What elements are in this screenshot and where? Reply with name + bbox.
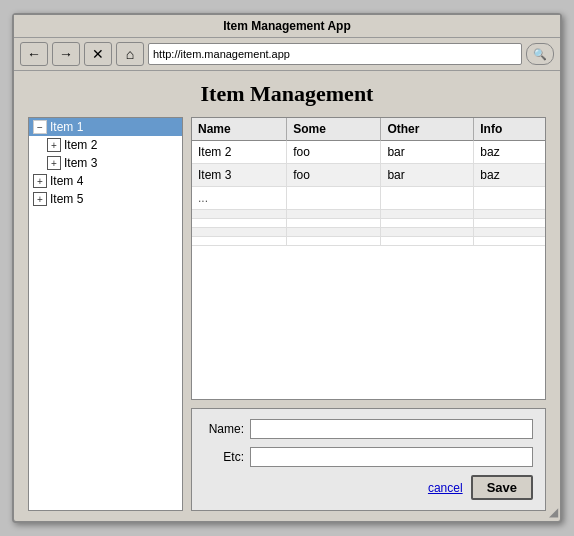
table-row-empty3 bbox=[192, 228, 545, 237]
form-panel: Name: Etc: cancel Save bbox=[191, 408, 546, 511]
sidebar-item-label: Item 4 bbox=[50, 174, 83, 188]
cell-other: bar bbox=[381, 164, 474, 187]
sidebar-item-item1[interactable]: − Item 1 bbox=[29, 118, 182, 136]
window-title: Item Management App bbox=[223, 19, 351, 33]
sidebar-item-item5[interactable]: + Item 5 bbox=[29, 190, 182, 208]
back-button[interactable]: ← bbox=[20, 42, 48, 66]
table-row-empty4 bbox=[192, 237, 545, 246]
page-title: Item Management bbox=[28, 81, 546, 107]
sidebar-item-label: Item 2 bbox=[64, 138, 97, 152]
main-content: Item Management − Item 1 + Item 2 bbox=[14, 71, 560, 521]
data-table: Name Some Other Info Item 2 foo bbox=[191, 117, 546, 400]
col-name: Name bbox=[192, 118, 287, 141]
toolbar: ← → ✕ ⌂ 🔍 bbox=[14, 38, 560, 71]
cancel-button[interactable]: cancel bbox=[428, 481, 463, 495]
save-button[interactable]: Save bbox=[471, 475, 533, 500]
sidebar: − Item 1 + Item 2 + Item 3 + bbox=[28, 117, 183, 511]
right-panel: Name Some Other Info Item 2 foo bbox=[191, 117, 546, 511]
resize-handle[interactable]: ◢ bbox=[549, 505, 558, 519]
expand-icon-item5[interactable]: + bbox=[33, 192, 47, 206]
cell-other: bar bbox=[381, 141, 474, 164]
title-bar: Item Management App bbox=[14, 15, 560, 38]
name-row: Name: bbox=[204, 419, 533, 439]
stop-button[interactable]: ✕ bbox=[84, 42, 112, 66]
cell-ellipsis: ... bbox=[192, 187, 287, 210]
sidebar-item-item3[interactable]: + Item 3 bbox=[29, 154, 182, 172]
cell-name: Item 3 bbox=[192, 164, 287, 187]
name-label: Name: bbox=[204, 422, 244, 436]
sidebar-item-item4[interactable]: + Item 4 bbox=[29, 172, 182, 190]
etc-input[interactable] bbox=[250, 447, 533, 467]
table-row[interactable]: Item 2 foo bar baz bbox=[192, 141, 545, 164]
sidebar-item-item2[interactable]: + Item 2 bbox=[29, 136, 182, 154]
expand-icon-item4[interactable]: + bbox=[33, 174, 47, 188]
name-input[interactable] bbox=[250, 419, 533, 439]
content-area: − Item 1 + Item 2 + Item 3 + bbox=[28, 117, 546, 511]
form-actions: cancel Save bbox=[204, 475, 533, 500]
search-button[interactable]: 🔍 bbox=[526, 43, 554, 65]
sidebar-item-label: Item 1 bbox=[50, 120, 83, 134]
url-bar[interactable] bbox=[148, 43, 522, 65]
table-header-row: Name Some Other Info bbox=[192, 118, 545, 141]
table-row[interactable]: Item 3 foo bar baz bbox=[192, 164, 545, 187]
forward-button[interactable]: → bbox=[52, 42, 80, 66]
table-row-ellipsis: ... bbox=[192, 187, 545, 210]
expand-icon-item3[interactable]: + bbox=[47, 156, 61, 170]
col-other: Other bbox=[381, 118, 474, 141]
home-button[interactable]: ⌂ bbox=[116, 42, 144, 66]
cell-some: foo bbox=[287, 164, 381, 187]
cell-name: Item 2 bbox=[192, 141, 287, 164]
sidebar-item-label: Item 5 bbox=[50, 192, 83, 206]
etc-label: Etc: bbox=[204, 450, 244, 464]
cell-info: baz bbox=[474, 164, 545, 187]
etc-row: Etc: bbox=[204, 447, 533, 467]
table-row-empty2 bbox=[192, 219, 545, 228]
sidebar-item-label: Item 3 bbox=[64, 156, 97, 170]
cell-some: foo bbox=[287, 141, 381, 164]
expand-icon-item2[interactable]: + bbox=[47, 138, 61, 152]
app-window: Item Management App ← → ✕ ⌂ 🔍 Item Manag… bbox=[12, 13, 562, 523]
cell-info: baz bbox=[474, 141, 545, 164]
expand-icon-item1[interactable]: − bbox=[33, 120, 47, 134]
col-some: Some bbox=[287, 118, 381, 141]
col-info: Info bbox=[474, 118, 545, 141]
table-row-empty1 bbox=[192, 210, 545, 219]
